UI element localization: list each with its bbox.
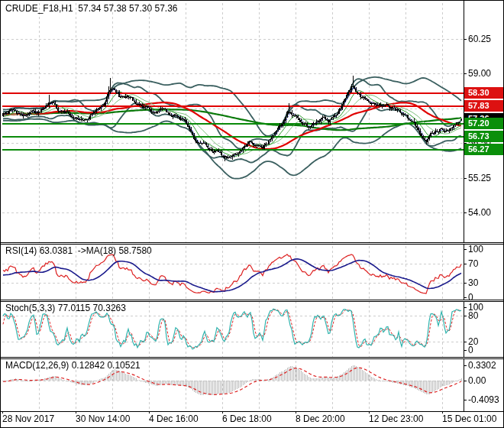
price-tick-label: 60.25 bbox=[468, 34, 491, 44]
time-axis-label: 8 Dec 20:00 bbox=[296, 413, 345, 424]
stoch-indicator-label: Stoch(5,3,3) 77.0115 70.3263 bbox=[5, 303, 126, 313]
level-price-badge-56.73[interactable]: 56.73 bbox=[464, 131, 504, 142]
rsi-tick-label: 100 bbox=[468, 244, 483, 255]
macd-tick-label: 0.00 bbox=[468, 375, 486, 386]
time-axis-label: 4 Dec 16:00 bbox=[149, 413, 199, 424]
mt4-chart-window: CRUDE_F18,H1 57.34 57.38 57.30 57.36 RSI… bbox=[0, 0, 504, 428]
chart-title: CRUDE_F18,H1 57.34 57.38 57.30 57.36 bbox=[5, 4, 177, 14]
level-price-badge-57.83[interactable]: 57.83 bbox=[464, 100, 504, 112]
price-tick-label: 59.00 bbox=[468, 68, 491, 79]
panel-separator-rsi[interactable] bbox=[1, 242, 504, 245]
time-axis-label: 28 Nov 2017 bbox=[2, 413, 54, 424]
price-axis-line bbox=[464, 1, 464, 411]
price-tick-label: 55.25 bbox=[468, 173, 491, 183]
macd-tick-label: 0.3302 bbox=[468, 360, 496, 371]
rsi-tick-label: 30 bbox=[468, 277, 478, 288]
rsi-tick-label: 70 bbox=[468, 258, 478, 269]
panel-separator-stoch[interactable] bbox=[1, 300, 504, 302]
rsi-indicator-label: RSI(14) 63.0381 ->MA(18) 58.7580 bbox=[5, 246, 152, 256]
level-price-badge-57.20[interactable]: 57.20 bbox=[464, 118, 504, 129]
stoch-tick-label: 80 bbox=[468, 310, 478, 321]
time-axis-line bbox=[1, 411, 504, 412]
macd-indicator-label: MACD(12,26,9) 0.12842 0.10521 bbox=[5, 361, 141, 371]
time-axis-label: 6 Dec 18:00 bbox=[222, 413, 272, 424]
macd-tick-label: -0.4093 bbox=[468, 394, 499, 405]
level-price-badge-58.30[interactable]: 58.30 bbox=[464, 87, 504, 99]
time-axis-label: 12 Dec 23:00 bbox=[369, 413, 423, 424]
level-price-badge-56.27[interactable]: 56.27 bbox=[464, 144, 504, 155]
panel-separator-macd[interactable] bbox=[1, 357, 504, 359]
price-tick-label: 54.00 bbox=[468, 207, 491, 218]
time-axis-label: 15 Dec 01:00 bbox=[442, 413, 496, 424]
time-axis-label: 30 Nov 14:00 bbox=[76, 413, 130, 424]
stoch-tick-label: 0 bbox=[468, 345, 473, 355]
